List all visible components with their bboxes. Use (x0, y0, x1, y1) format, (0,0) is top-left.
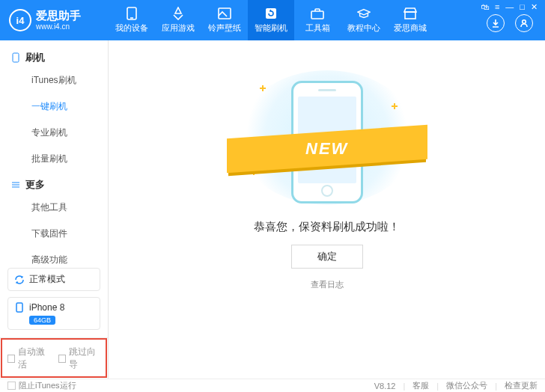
status-bar: 阻止iTunes运行 V8.12 | 客服 | 微信公众号 | 检查更新 (0, 379, 545, 392)
app-logo[interactable]: i4 爱思助手 www.i4.cn (0, 9, 109, 31)
footer-link-wechat[interactable]: 微信公众号 (446, 380, 487, 391)
svg-rect-5 (405, 12, 415, 19)
minimize-button[interactable]: — (505, 2, 514, 11)
image-icon (218, 7, 231, 20)
nav-tutorials[interactable]: 教程中心 (341, 0, 387, 40)
sidebar-item-download-firmware[interactable]: 下载固件 (0, 221, 108, 247)
list-icon (10, 180, 21, 190)
download-button[interactable] (487, 14, 505, 32)
success-illustration: NEW (237, 70, 417, 205)
svg-point-6 (523, 20, 526, 24)
svg-rect-3 (266, 8, 276, 19)
footer-link-support[interactable]: 客服 (412, 380, 429, 391)
sidebar-item-oneclick-flash[interactable]: 一键刷机 (0, 94, 108, 120)
apps-icon (171, 7, 185, 20)
nav-ringtones[interactable]: 铃声壁纸 (201, 0, 248, 40)
sidebar-item-pro-flash[interactable]: 专业刷机 (0, 120, 108, 146)
header-actions (487, 14, 545, 32)
sidebar: 刷机 iTunes刷机 一键刷机 专业刷机 批量刷机 更多 其他工具 下载固件 … (0, 40, 109, 379)
window-controls: 🛍 ≡ — □ ✕ (473, 0, 545, 13)
graduation-icon (357, 7, 371, 20)
device-card[interactable]: iPhone 8 64GB (7, 297, 100, 330)
checkbox-auto-activate[interactable]: 自动激活 (7, 346, 49, 371)
main-content: NEW 恭喜您，保资料刷机成功啦！ 确定 查看日志 (109, 40, 545, 379)
checkbox-block-itunes[interactable]: 阻止iTunes运行 (7, 380, 76, 391)
nav-smart-flash[interactable]: 智能刷机 (248, 0, 294, 40)
view-log-link[interactable]: 查看日志 (311, 279, 344, 290)
sidebar-group-flash: 刷机 (0, 45, 108, 67)
close-button[interactable]: ✕ (531, 2, 538, 12)
main-nav: 我的设备 应用游戏 铃声壁纸 智能刷机 工具箱 教程中心 爱思商城 (109, 0, 487, 40)
menu-icon[interactable]: ≡ (495, 2, 499, 11)
footer-link-update[interactable]: 检查更新 (505, 380, 538, 391)
sidebar-item-itunes-flash[interactable]: iTunes刷机 (0, 67, 108, 94)
maximize-button[interactable]: □ (520, 2, 525, 11)
user-button[interactable] (515, 14, 533, 32)
sync-icon (14, 275, 25, 285)
checkbox-skip-guide[interactable]: 跳过向导 (58, 346, 100, 371)
phone-icon (125, 7, 138, 20)
cart-icon[interactable]: 🛍 (481, 2, 489, 11)
sidebar-item-batch-flash[interactable]: 批量刷机 (0, 146, 108, 172)
success-message: 恭喜您，保资料刷机成功啦！ (254, 220, 400, 234)
svg-rect-7 (13, 53, 19, 62)
app-title: 爱思助手 (36, 10, 81, 22)
device-icon (14, 302, 25, 313)
storage-badge: 64GB (29, 316, 55, 325)
nav-store[interactable]: 爱思商城 (387, 0, 433, 40)
refresh-icon (264, 7, 278, 20)
app-url: www.i4.cn (36, 22, 81, 31)
nav-my-device[interactable]: 我的设备 (109, 0, 155, 40)
ok-button[interactable]: 确定 (291, 245, 363, 269)
device-mode[interactable]: 正常模式 (7, 268, 100, 291)
sidebar-group-more: 更多 (0, 172, 108, 195)
svg-rect-4 (311, 11, 323, 19)
svg-rect-11 (16, 303, 22, 312)
sidebar-item-advanced[interactable]: 高级功能 (0, 247, 108, 268)
toolbox-icon (311, 7, 324, 20)
version-label: V8.12 (374, 382, 396, 391)
store-icon (404, 7, 417, 20)
nav-toolbox[interactable]: 工具箱 (294, 0, 341, 40)
logo-icon: i4 (9, 9, 31, 31)
flash-options: 自动激活 跳过向导 (0, 337, 108, 379)
sidebar-item-other-tools[interactable]: 其他工具 (0, 195, 108, 221)
nav-apps-games[interactable]: 应用游戏 (155, 0, 201, 40)
phone-icon (10, 52, 21, 63)
app-header: i4 爱思助手 www.i4.cn 我的设备 应用游戏 铃声壁纸 智能刷机 工具… (0, 0, 545, 40)
